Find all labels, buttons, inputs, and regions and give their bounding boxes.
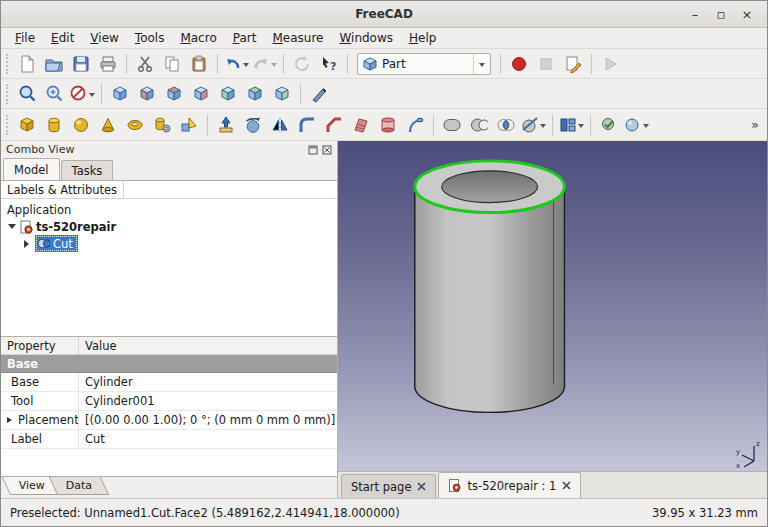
menu-measure[interactable]: Measure [264, 30, 331, 46]
placement-expander-icon[interactable] [7, 417, 15, 423]
menu-macro[interactable]: Macro [172, 30, 224, 46]
revolve-button[interactable] [240, 112, 266, 138]
union-button[interactable] [439, 112, 465, 138]
refine-dropdown-arrow[interactable] [643, 124, 649, 131]
refresh-button[interactable] [289, 51, 315, 77]
toolbar-overflow-button[interactable]: » [747, 117, 763, 132]
property-row-placement[interactable]: Placement [(0.00 0.00 1.00); 0 °; (0 mm … [1, 411, 337, 430]
cut-button[interactable] [132, 51, 158, 77]
section-button[interactable] [520, 112, 547, 138]
cut-boolean-button[interactable] [466, 112, 492, 138]
collapse-arrow-icon[interactable] [8, 224, 16, 233]
front-view-button[interactable] [134, 81, 160, 107]
copy-button[interactable] [159, 51, 185, 77]
left-view-button[interactable] [269, 81, 295, 107]
minimize-button[interactable]: – [685, 5, 705, 23]
draw-style-dropdown-arrow[interactable] [89, 93, 95, 100]
isometric-view-button[interactable] [107, 81, 133, 107]
whats-this-button[interactable]: ? [316, 51, 342, 77]
toolbar-handle[interactable] [6, 84, 10, 104]
close-tab-icon[interactable] [562, 481, 571, 490]
property-value[interactable]: Cylinder [79, 373, 337, 391]
draw-style-button[interactable] [68, 81, 96, 107]
titlebar[interactable]: FreeCAD – ▫ × [1, 1, 767, 28]
cylinder-button[interactable] [41, 112, 67, 138]
menu-tools[interactable]: Tools [127, 30, 173, 46]
new-document-button[interactable] [14, 51, 40, 77]
value-column-header[interactable]: Value [79, 337, 337, 354]
property-row-label[interactable]: Label Cut [1, 430, 337, 449]
menu-windows[interactable]: Windows [331, 30, 401, 46]
paste-button[interactable] [186, 51, 212, 77]
3d-viewport[interactable]: z y x [338, 141, 767, 471]
3d-scene[interactable] [338, 141, 767, 471]
toolbar-handle[interactable] [6, 115, 10, 135]
primitives-button[interactable] [149, 112, 175, 138]
shape-builder-button[interactable] [176, 112, 202, 138]
extrude-button[interactable] [213, 112, 239, 138]
save-button[interactable] [68, 51, 94, 77]
undo-button[interactable] [223, 51, 250, 77]
bottom-view-button[interactable] [242, 81, 268, 107]
expand-arrow-icon[interactable] [24, 240, 33, 248]
rear-view-button[interactable] [215, 81, 241, 107]
tab-data[interactable]: Data [49, 477, 110, 495]
property-column-header[interactable]: Property [1, 337, 79, 354]
selected-tree-item[interactable]: Cut [35, 235, 78, 252]
tab-document[interactable]: ts-520repair : 1 [438, 472, 581, 498]
sweep-button[interactable] [402, 112, 428, 138]
undo-dropdown-arrow[interactable] [243, 63, 249, 70]
labels-attributes-header[interactable]: Labels & Attributes [1, 181, 124, 198]
workbench-selector[interactable]: Part [357, 53, 491, 75]
record-macro-button[interactable] [506, 51, 532, 77]
tab-tasks[interactable]: Tasks [61, 160, 114, 180]
fit-all-button[interactable] [14, 81, 40, 107]
property-value[interactable]: Cylinder001 [79, 392, 337, 410]
menu-view[interactable]: View [82, 30, 126, 46]
workbench-dropdown[interactable] [473, 54, 485, 74]
right-view-button[interactable] [188, 81, 214, 107]
measure-distance-button[interactable] [306, 81, 332, 107]
section-dropdown-arrow[interactable] [540, 124, 546, 131]
property-value[interactable]: Cut [79, 430, 337, 448]
mirror-button[interactable] [267, 112, 293, 138]
open-document-button[interactable] [41, 51, 67, 77]
edit-macro-button[interactable] [560, 51, 586, 77]
fillet-button[interactable] [294, 112, 320, 138]
box-button[interactable] [14, 112, 40, 138]
ruled-surface-button[interactable] [348, 112, 374, 138]
redo-button[interactable] [251, 51, 278, 77]
execute-macro-button[interactable] [597, 51, 623, 77]
tree-item-application[interactable]: Application [1, 201, 337, 218]
zoom-button[interactable] [41, 81, 67, 107]
print-button[interactable] [95, 51, 121, 77]
property-group-base[interactable]: Base [1, 355, 337, 373]
tab-start-page[interactable]: Start page [341, 474, 436, 498]
tree-item-document[interactable]: ts-520repair [1, 218, 337, 235]
tab-model[interactable]: Model [3, 158, 60, 180]
top-view-button[interactable] [161, 81, 187, 107]
loft-button[interactable] [375, 112, 401, 138]
menu-edit[interactable]: Edit [43, 30, 82, 46]
redo-dropdown-arrow[interactable] [271, 63, 277, 70]
cylinder-inner-hole[interactable] [442, 171, 538, 203]
close-panel-icon[interactable] [322, 145, 332, 155]
cylinder-model[interactable] [415, 161, 565, 412]
toolbar-handle[interactable] [6, 54, 10, 74]
check-geometry-button[interactable] [596, 112, 622, 138]
compound-button[interactable] [558, 112, 585, 138]
menu-file[interactable]: File [7, 30, 43, 46]
compound-dropdown-arrow[interactable] [578, 124, 584, 131]
tree-item-cut[interactable]: Cut [1, 235, 337, 252]
property-row-tool[interactable]: Tool Cylinder001 [1, 392, 337, 411]
refine-shape-button[interactable] [623, 112, 650, 138]
property-row-base[interactable]: Base Cylinder [1, 373, 337, 392]
cylinder-body[interactable] [415, 187, 565, 387]
property-value[interactable]: [(0.00 0.00 1.00); 0 °; (0 mm 0 mm 0 mm)… [79, 411, 337, 429]
stop-macro-button[interactable] [533, 51, 559, 77]
menu-help[interactable]: Help [401, 30, 444, 46]
menu-part[interactable]: Part [225, 30, 265, 46]
close-button[interactable]: × [737, 5, 757, 23]
close-tab-icon[interactable] [417, 482, 426, 491]
torus-button[interactable] [122, 112, 148, 138]
